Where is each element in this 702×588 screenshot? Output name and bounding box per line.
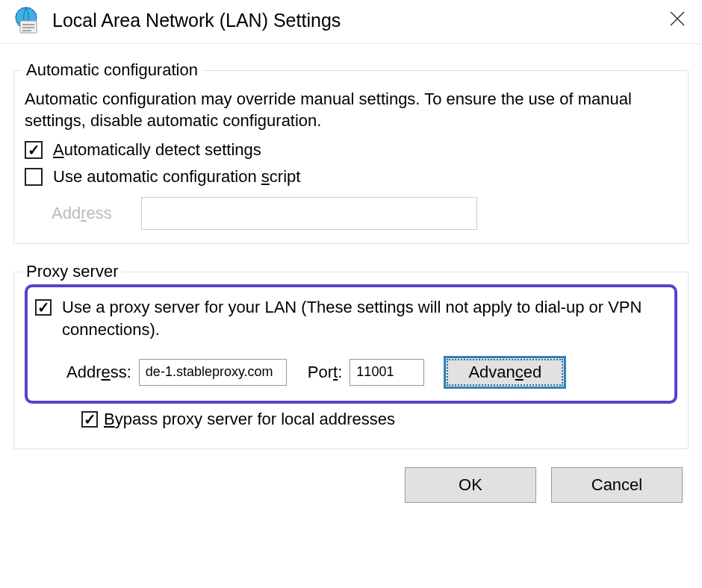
autodetect-checkbox[interactable]	[25, 141, 43, 159]
autodetect-label: Automatically detect settings	[53, 140, 261, 160]
window-title: Local Area Network (LAN) Settings	[52, 10, 662, 31]
useproxy-checkbox[interactable]	[35, 299, 52, 316]
proxy-port-input[interactable]	[350, 359, 424, 386]
cancel-button[interactable]: Cancel	[551, 467, 683, 503]
dialog-content: Automatic configuration Automatic config…	[0, 44, 702, 513]
proxy-server-group: Proxy server Use a proxy server for your…	[13, 262, 689, 448]
automatic-configuration-group: Automatic configuration Automatic config…	[13, 60, 689, 244]
script-address-label: Address	[52, 204, 141, 223]
usescript-label: Use automatic configuration script	[53, 167, 300, 187]
proxy-port-label: Port:	[308, 363, 343, 382]
proxy-server-legend: Proxy server	[22, 262, 122, 281]
bypass-label: Bypass proxy server for local addresses	[104, 410, 395, 429]
close-icon	[669, 10, 686, 27]
automatic-configuration-legend: Automatic configuration	[22, 60, 202, 80]
highlight-box: Use a proxy server for your LAN (These s…	[25, 284, 677, 403]
proxy-address-input[interactable]	[139, 359, 287, 386]
bypass-checkbox[interactable]	[81, 411, 98, 428]
titlebar: Local Area Network (LAN) Settings	[0, 0, 702, 44]
script-address-input	[141, 197, 477, 230]
advanced-button[interactable]: Advanced	[445, 357, 565, 387]
close-button[interactable]	[662, 8, 693, 32]
proxy-address-label: Address:	[66, 363, 131, 382]
globe-settings-icon	[10, 4, 42, 36]
useproxy-label: Use a proxy server for your LAN (These s…	[62, 296, 662, 340]
usescript-checkbox[interactable]	[25, 168, 43, 186]
ok-button[interactable]: OK	[405, 467, 536, 503]
dialog-buttons: OK Cancel	[13, 467, 689, 503]
automatic-configuration-description: Automatic configuration may override man…	[25, 89, 677, 131]
